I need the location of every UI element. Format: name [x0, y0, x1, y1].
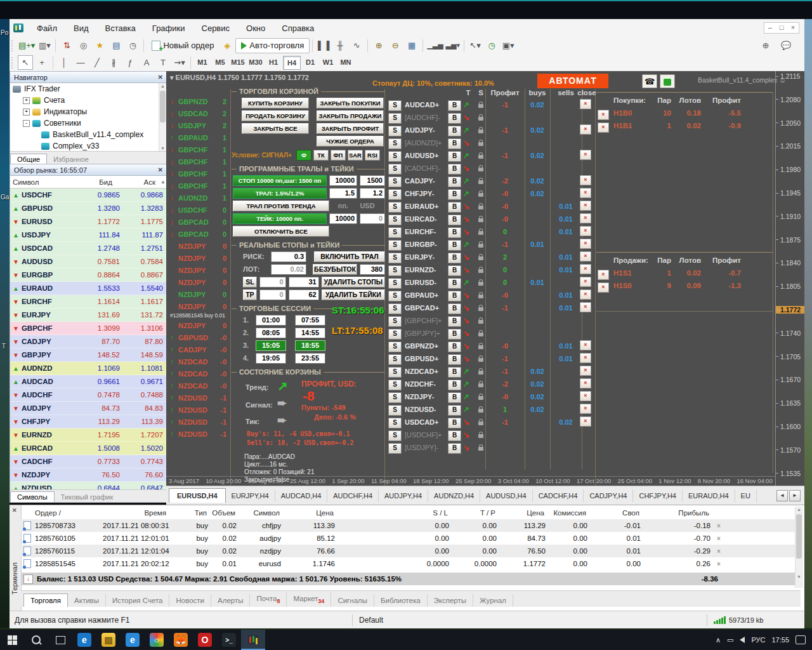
trail-button[interactable]: ТРАЛ: 1.5%/1.2%	[233, 188, 327, 199]
order-row-1285708733[interactable]: 12857087332017.11.21 08:00:31buy0.02chfj…	[21, 519, 801, 532]
ea-phone-button[interactable]: ☎	[642, 74, 657, 88]
favorites-icon[interactable]: ★	[92, 38, 107, 53]
tp-button[interactable]: ТР	[243, 289, 257, 300]
bar-chart-icon[interactable]: ▌▐	[316, 38, 331, 53]
close-pair-button[interactable]: ×	[580, 416, 591, 427]
close-pair-button[interactable]: ×	[580, 340, 591, 350]
basket-button-ПРОДАТЬ КОРЗИНУ[interactable]: ПРОДАТЬ КОРЗИНУ	[242, 110, 309, 121]
session-from[interactable]: 01:00	[256, 315, 286, 326]
sell-button[interactable]: S	[388, 354, 402, 365]
market-row-GBPJPY[interactable]: ▼GBPJPY148.52148.59	[10, 348, 167, 362]
buy-button[interactable]: B	[448, 443, 461, 454]
session-to[interactable]: 18:55	[295, 340, 325, 351]
trail-input-2[interactable]	[360, 188, 385, 199]
market-watch-tab-Тиковый график[interactable]: Тиковый график	[55, 492, 120, 502]
buy-button[interactable]: B	[448, 405, 461, 416]
market-row-EURGBP[interactable]: ▼EURGBP0.88640.8867	[10, 269, 167, 282]
sell-button[interactable]: S	[388, 380, 402, 390]
close-pair-button[interactable]: ×	[580, 289, 591, 300]
buy-button[interactable]: B	[448, 113, 461, 124]
chart-tab-AUDCHF,H4[interactable]: AUDCHF,H4	[327, 489, 379, 502]
close-pair-button[interactable]: ×	[580, 99, 591, 109]
trail-input-2[interactable]	[360, 213, 385, 224]
timeframe-W1[interactable]: W1	[320, 56, 336, 69]
expander-icon[interactable]: -	[23, 120, 30, 127]
trail-input-2[interactable]	[360, 175, 385, 186]
sell-button[interactable]: S	[388, 418, 402, 428]
terminal-tab-Сигналы[interactable]: Сигналы	[331, 594, 374, 607]
order-close-icon[interactable]: ×	[714, 548, 721, 555]
terminal-tab-Библиотека[interactable]: Библиотека	[374, 594, 428, 607]
crosshair-mode-icon[interactable]: ◎	[75, 38, 91, 53]
trail-input-1[interactable]	[329, 175, 357, 186]
close-basket-button[interactable]: ×	[598, 123, 609, 133]
close-pair-button[interactable]: ×	[580, 251, 591, 262]
tp-input-1[interactable]	[259, 289, 286, 300]
trail-button[interactable]: ОТКЛЮЧИТЬ ВСЕ	[233, 226, 329, 237]
taskbar-console-icon[interactable]: >_	[217, 630, 241, 650]
trail-button[interactable]: ТРАЛ ПРОТИВ ТРЕНДА	[233, 201, 329, 211]
navigator-item-Советники[interactable]: -Советники	[10, 117, 167, 129]
close-pair-button[interactable]: ×	[580, 366, 591, 376]
basket-button-ЗАКРЫТЬ ПРОФИТ[interactable]: ЗАКРЫТЬ ПРОФИТ	[317, 123, 384, 134]
trail-input-1[interactable]	[329, 213, 357, 224]
timeframe-M15[interactable]: M15	[230, 56, 246, 69]
terminal-tab-Активы[interactable]: Активы	[68, 594, 106, 607]
search-icon[interactable]: ⊕	[758, 38, 773, 53]
terminal-tab-Почта[interactable]: Почта8	[250, 592, 287, 607]
chart-tab-CHFJPY,H4[interactable]: CHFJPY,H4	[633, 489, 682, 502]
sell-button[interactable]: S	[388, 278, 402, 289]
sell-button[interactable]: S	[388, 138, 402, 149]
terminal-tab-Новости[interactable]: Новости	[169, 594, 211, 607]
buy-button[interactable]: B	[448, 265, 461, 276]
sell-button[interactable]: S	[388, 176, 402, 187]
close-pair-button[interactable]: ×	[580, 391, 591, 401]
menu-item-Вид[interactable]: Вид	[65, 23, 97, 33]
sl-button[interactable]: SL	[243, 277, 257, 288]
taskbar-opera-icon[interactable]: O	[193, 630, 217, 650]
order-row-1285851545[interactable]: 12858515452017.11.21 20:02:12buy0.01euru…	[21, 557, 801, 570]
buy-button[interactable]: B	[448, 342, 461, 352]
order-close-icon[interactable]: ×	[714, 560, 721, 567]
close-pair-button[interactable]: ×	[580, 264, 591, 274]
sell-button[interactable]: S	[388, 291, 402, 302]
sell-button[interactable]: S	[388, 342, 402, 352]
menu-item-Окно[interactable]: Окно	[238, 23, 273, 33]
market-row-GBPCHF[interactable]: ▼GBPCHF1.30991.3106	[10, 322, 167, 335]
close-pair-button[interactable]: ×	[580, 239, 591, 249]
label-tool-icon[interactable]: T	[155, 55, 171, 70]
close-basket-button[interactable]: ×	[598, 282, 609, 293]
close-pair-button[interactable]: ×	[580, 201, 591, 211]
buy-button[interactable]: B	[448, 316, 461, 327]
timeframe-M1[interactable]: M1	[194, 56, 211, 69]
close-icon[interactable]: ✕	[12, 507, 17, 514]
buy-button[interactable]: B	[448, 430, 461, 441]
terminal-tab-Алерты[interactable]: Алерты	[211, 594, 250, 607]
navigator-item-BasketBull_v11.4_complex[interactable]: BasketBull_v11.4_complex	[10, 129, 167, 140]
sell-button[interactable]: S	[388, 164, 402, 175]
lot-input[interactable]	[271, 264, 306, 275]
zoom-out-icon[interactable]: ⊖	[388, 38, 403, 53]
navigator-item-Индикаторы[interactable]: +Индикаторы	[10, 106, 167, 117]
ea-automat-button[interactable]: АВТОМАТ	[537, 74, 608, 88]
buy-button[interactable]: B	[448, 202, 461, 213]
crosshair-tool-icon[interactable]: +	[34, 55, 49, 70]
breakeven-input[interactable]	[360, 264, 385, 275]
buy-button[interactable]: B	[448, 278, 461, 289]
terminal-tab-История Счета[interactable]: История Счета	[106, 594, 170, 607]
session-from[interactable]: 19:05	[256, 353, 286, 364]
session-to[interactable]: 23:55	[295, 353, 325, 364]
market-row-USDCHF[interactable]: ▲USDCHF0.98650.9868	[10, 189, 167, 202]
market-row-EURCHF[interactable]: ▼EURCHF1.16141.1617	[10, 295, 167, 308]
order-close-icon[interactable]: ×	[714, 522, 721, 529]
period-icon[interactable]: ◷	[484, 38, 499, 53]
market-row-NZDJPY[interactable]: ▼NZDJPY76.5076.60	[10, 468, 167, 482]
close-pair-button[interactable]: ×	[580, 150, 591, 160]
condition-button-SAR[interactable]: SAR	[348, 150, 363, 161]
buy-button[interactable]: B	[448, 100, 461, 111]
order-row-1285760105[interactable]: 12857601052017.11.21 12:01:01buy0.02audj…	[21, 532, 801, 545]
buy-button[interactable]: B	[448, 354, 461, 365]
buy-button[interactable]: B	[448, 227, 461, 238]
navigator-item-Complex_v33[interactable]: Complex_v33	[10, 140, 167, 152]
buy-button[interactable]: B	[448, 303, 461, 314]
